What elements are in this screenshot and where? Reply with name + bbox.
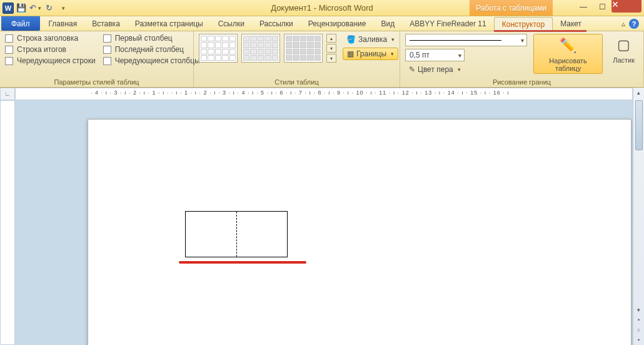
table-style-thumb[interactable] — [199, 34, 238, 63]
shading-label: Заливка — [358, 35, 387, 44]
gallery-more-icon[interactable]: ▾ — [326, 54, 336, 63]
title-bar: W 💾 ↶▾ ↻ ▾ Документ1 - Microsoft Word Ра… — [0, 0, 644, 16]
check-banded-rows-label: Чередующиеся строки — [17, 56, 96, 65]
ribbon: Строка заголовка Строка итогов Чередующи… — [0, 31, 644, 88]
annotation-red-underline — [179, 261, 306, 264]
borders-label: Границы — [356, 49, 386, 58]
group-table-styles: ▴ ▾ ▾ 🪣Заливка▾ ▦Границы▾ Стили таблиц — [194, 31, 400, 87]
minimize-button[interactable]: — — [574, 0, 593, 14]
group-table-style-options: Строка заголовка Строка итогов Чередующи… — [0, 31, 194, 87]
check-total-row-label: Строка итогов — [17, 45, 66, 54]
check-total-row[interactable]: Строка итогов — [5, 45, 96, 54]
group-label-style-options: Параметры стилей таблиц — [5, 77, 188, 86]
draw-table-button[interactable]: ✏️ Нарисовать таблицу — [533, 34, 603, 74]
tab-table-design[interactable]: Конструктор — [494, 17, 553, 31]
hruler-marks: · 4 · ı · 3 · ı · 2 · ı · 1 · ı · · ı · … — [91, 90, 510, 96]
redo-icon[interactable]: ↻ — [43, 2, 55, 14]
scroll-up-icon[interactable]: ▴ — [633, 88, 644, 98]
contextual-tab-underline — [494, 30, 586, 32]
scroll-down-icon[interactable]: ▾ — [633, 305, 644, 315]
check-banded-columns[interactable]: Чередующиеся столбцы — [103, 56, 200, 65]
prev-page-icon[interactable]: • — [633, 315, 644, 325]
tab-page-layout[interactable]: Разметка страницы — [128, 16, 211, 31]
pen-style-combo[interactable] — [405, 34, 527, 46]
help-icon[interactable]: ? — [629, 19, 639, 29]
shading-button[interactable]: 🪣Заливка▾ — [343, 34, 398, 45]
tab-view[interactable]: Вид — [373, 16, 402, 31]
check-last-column-label: Последний столбец — [115, 45, 184, 54]
scroll-thumb[interactable] — [635, 100, 643, 150]
eraser-label: Ластик — [613, 56, 635, 64]
tab-insert[interactable]: Вставка — [84, 16, 128, 31]
table-in-document[interactable] — [185, 211, 288, 257]
gallery-scroll: ▴ ▾ ▾ — [326, 34, 336, 63]
table-tools-contextual-label: Работа с таблицами — [470, 0, 553, 16]
tab-mailings[interactable]: Рассылки — [252, 16, 301, 31]
word-app-icon[interactable]: W — [3, 3, 14, 14]
eraser-icon: ▢ — [614, 35, 634, 55]
tab-table-layout[interactable]: Макет — [553, 16, 589, 31]
qat-customize-icon[interactable]: ▾ — [56, 2, 69, 14]
pen-icon: ✎ — [409, 65, 415, 74]
pen-weight-value: 0,5 пт — [410, 51, 430, 59]
borders-button[interactable]: ▦Границы▾ — [343, 48, 398, 60]
maximize-button[interactable]: ☐ — [593, 0, 611, 14]
table-style-thumb[interactable] — [284, 34, 323, 63]
quick-access-toolbar: W 💾 ↶▾ ↻ ▾ — [0, 2, 69, 14]
check-header-row-label: Строка заголовка — [17, 34, 78, 43]
next-page-icon[interactable]: • — [633, 335, 644, 345]
page[interactable] — [88, 119, 631, 345]
pencil-table-icon: ✏️ — [558, 36, 578, 56]
save-icon[interactable]: 💾 — [15, 2, 28, 14]
vertical-scrollbar[interactable]: ▴ ▾ • ○ • — [633, 88, 644, 345]
workspace: ∟ · 4 · ı · 3 · ı · 2 · ı · 1 · ı · · ı … — [0, 88, 644, 345]
check-last-column[interactable]: Последний столбец — [103, 45, 200, 54]
tab-abbyy[interactable]: ABBYY FineReader 11 — [402, 16, 494, 31]
vertical-ruler[interactable] — [0, 100, 15, 345]
tab-review[interactable]: Рецензирование — [301, 16, 374, 31]
check-header-row[interactable]: Строка заголовка — [5, 34, 96, 43]
bucket-icon: 🪣 — [346, 35, 356, 44]
gallery-down-icon[interactable]: ▾ — [326, 44, 336, 53]
check-banded-columns-label: Чередующиеся столбцы — [115, 56, 200, 65]
horizontal-ruler[interactable]: · 4 · ı · 3 · ı · 2 · ı · 1 · ı · · ı · … — [15, 88, 633, 100]
tab-file[interactable]: Файл — [1, 16, 40, 31]
check-first-column-label: Первый столбец — [115, 34, 173, 43]
window-title: Документ1 - Microsoft Word — [271, 3, 373, 13]
group-label-table-styles: Стили таблиц — [199, 77, 395, 86]
gallery-up-icon[interactable]: ▴ — [326, 34, 336, 43]
tab-home[interactable]: Главная — [41, 16, 85, 31]
ruler-corner[interactable]: ∟ — [0, 88, 15, 100]
table-style-thumb[interactable] — [241, 34, 280, 63]
table-cell[interactable] — [186, 212, 236, 257]
group-label-draw-borders: Рисование границ — [405, 77, 638, 86]
table-style-gallery[interactable]: ▴ ▾ ▾ — [199, 34, 336, 63]
table-cell[interactable] — [237, 212, 288, 257]
pen-color-label: Цвет пера — [418, 65, 453, 74]
tab-references[interactable]: Ссылки — [211, 16, 252, 31]
window-controls: — ☐ ✕ — [574, 0, 644, 16]
pen-color-button[interactable]: ✎Цвет пера▾ — [405, 64, 527, 75]
check-banded-rows[interactable]: Чередующиеся строки — [5, 56, 96, 65]
group-draw-borders: 0,5 пт ✎Цвет пера▾ ✏️ Нарисовать таблицу… — [400, 31, 644, 87]
document-area[interactable] — [15, 100, 633, 345]
ribbon-tabs: Файл Главная Вставка Разметка страницы С… — [0, 16, 644, 31]
close-button[interactable]: ✕ — [611, 0, 641, 13]
borders-icon: ▦ — [347, 49, 354, 58]
check-first-column[interactable]: Первый столбец — [103, 34, 200, 43]
undo-icon[interactable]: ↶▾ — [29, 2, 41, 14]
browse-object-icon[interactable]: ○ — [633, 325, 644, 335]
ribbon-minimize-icon[interactable]: ▵ — [621, 19, 625, 28]
pen-weight-combo[interactable]: 0,5 пт — [405, 49, 465, 61]
eraser-button[interactable]: ▢ Ластик — [609, 34, 638, 65]
draw-table-label: Нарисовать таблицу — [538, 57, 598, 72]
